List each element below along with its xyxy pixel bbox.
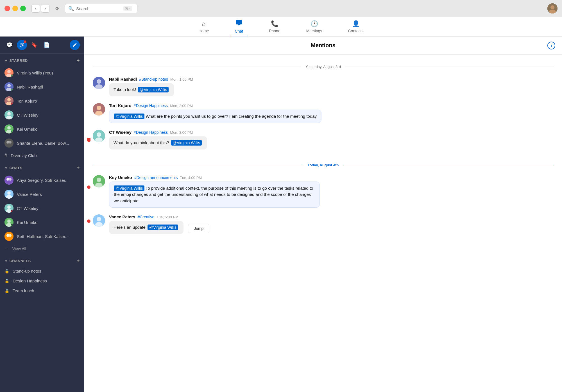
history-button[interactable]: ⟳ xyxy=(53,4,61,13)
vance-name: Vance Peters xyxy=(17,192,42,197)
close-button[interactable] xyxy=(4,6,10,11)
kei-name: Kei Umeko xyxy=(17,127,37,132)
svg-point-50 xyxy=(87,219,90,223)
sidebar-item-shante[interactable]: Shante Elena, Daniel Bow... xyxy=(0,136,84,150)
maximize-button[interactable] xyxy=(20,6,26,11)
vance-channel[interactable]: #Creative xyxy=(137,215,154,219)
chat-sidebar-icon[interactable]: 💬 xyxy=(4,40,15,50)
ct-chat-avatar xyxy=(4,204,13,213)
sidebar: 💬 @ 🔖 📄 ▼ STARRED + Virginia Willis (You… xyxy=(0,37,84,392)
today-divider-line-left xyxy=(93,165,303,165)
key-mention-prefix[interactable]: @Virginia Willis xyxy=(114,185,144,191)
divider-line-left xyxy=(93,67,301,67)
tori-msg-header: Tori Kojuro #Design Happiness Mon, 2:00 … xyxy=(109,103,554,108)
anya-name: Anya Gregory, Sofi Kaiser... xyxy=(17,178,69,183)
nav-phone[interactable]: 📞 Phone xyxy=(264,18,285,35)
sidebar-item-nabil[interactable]: Nabil Rashadl xyxy=(0,80,84,94)
jump-button[interactable]: Jump xyxy=(188,224,209,233)
ct-name: CT Wiseley xyxy=(17,113,38,117)
nabil-channel[interactable]: #Stand-up notes xyxy=(139,77,168,81)
svg-point-13 xyxy=(7,112,11,115)
main-layout: 💬 @ 🔖 📄 ▼ STARRED + Virginia Willis (You… xyxy=(0,37,562,392)
hash-icon: # xyxy=(4,153,7,158)
search-input[interactable] xyxy=(76,6,121,11)
key-channel[interactable]: #Design announcements xyxy=(134,175,178,180)
view-all-button[interactable]: ⋯ View All xyxy=(0,243,84,254)
nabil-msg-avatar xyxy=(93,77,105,89)
ct-mention[interactable]: @Virginia Willis xyxy=(171,140,202,146)
message-key: Key Umeko #Design announcements Tue, 4:0… xyxy=(84,172,562,211)
sidebar-item-kei-starred[interactable]: Kei Umeko xyxy=(0,122,84,136)
svg-point-25 xyxy=(7,191,11,195)
svg-point-37 xyxy=(97,79,101,84)
tori-channel[interactable]: #Design Happiness xyxy=(134,103,168,108)
ct-chat-name: CT Wiseley xyxy=(17,206,38,211)
vance-text: Here's an update xyxy=(114,225,146,230)
sidebar-item-virginia[interactable]: Virginia Willis (You) xyxy=(0,66,84,80)
sidebar-item-tori[interactable]: Tori Kojuro xyxy=(0,94,84,108)
svg-point-44 xyxy=(97,132,101,137)
nabil-msg-content: Nabil Rashadl #Stand-up notes Mon, 1:00 … xyxy=(109,77,554,96)
channels-add-button[interactable]: + xyxy=(77,258,80,264)
starred-chevron-icon: ▼ xyxy=(4,59,8,62)
forward-button[interactable]: › xyxy=(41,4,49,13)
vance-avatar xyxy=(4,190,13,199)
anya-avatar xyxy=(4,176,13,185)
tori-sender: Tori Kojuro xyxy=(109,103,132,108)
nav-meetings-label: Meetings xyxy=(306,29,322,33)
sidebar-item-team-lunch[interactable]: 🔒 Team lunch xyxy=(0,286,84,296)
home-icon: ⌂ xyxy=(202,20,205,28)
nav-chat[interactable]: Chat xyxy=(230,17,248,36)
chats-section-header: ▼ CHATS + xyxy=(0,161,84,173)
sidebar-item-kei-chat[interactable]: Kei Umeko xyxy=(0,215,84,229)
sidebar-item-standup[interactable]: 🔒 Stand-up notes xyxy=(0,266,84,276)
sidebar-item-anya[interactable]: Anya Gregory, Sofi Kaiser... xyxy=(0,173,84,187)
key-sender: Key Umeko xyxy=(109,175,132,180)
tori-mention-prefix[interactable]: @Virginia Willis xyxy=(114,114,144,119)
chats-add-button[interactable]: + xyxy=(77,165,80,171)
view-all-label: View All xyxy=(12,246,26,251)
mention-sidebar-icon[interactable]: @ xyxy=(17,40,27,50)
ct-bubble: What do you think about this? @Virginia … xyxy=(109,136,207,149)
starred-add-button[interactable]: + xyxy=(77,58,80,64)
user-avatar[interactable] xyxy=(547,3,558,13)
sidebar-icons: 💬 @ 🔖 📄 xyxy=(0,37,84,54)
tori-msg-avatar xyxy=(93,103,105,115)
minimize-button[interactable] xyxy=(12,6,18,11)
ct-channel[interactable]: #Design Happiness xyxy=(134,130,168,135)
today-date-label: Today, August 4th xyxy=(308,163,339,167)
sidebar-item-ct-starred[interactable]: CT Wiseley xyxy=(0,108,84,122)
sidebar-item-seth[interactable]: Seth Hoffman, Sofi Kaiser... xyxy=(0,229,84,243)
vance-mention[interactable]: @Virginia Willis xyxy=(148,225,178,230)
messages-area[interactable]: Yesterday, August 3rd Nabil Rashadl #Sta… xyxy=(84,55,562,392)
nav-home[interactable]: ⌂ Home xyxy=(194,18,213,35)
vance-msg-header: Vance Peters #Creative Tue, 5:00 PM xyxy=(109,214,554,219)
nav-meetings[interactable]: 🕐 Meetings xyxy=(302,18,327,35)
kei-chat-avatar xyxy=(4,218,13,227)
document-sidebar-icon[interactable]: 📄 xyxy=(42,40,52,50)
info-button[interactable]: i xyxy=(547,42,555,49)
nabil-avatar xyxy=(4,82,13,91)
nabil-mention[interactable]: @Virginia Willis xyxy=(138,87,169,92)
nabil-msg-header: Nabil Rashadl #Stand-up notes Mon, 1:00 … xyxy=(109,77,554,81)
virginia-avatar xyxy=(4,68,13,77)
back-button[interactable]: ‹ xyxy=(31,4,40,13)
traffic-lights xyxy=(4,6,26,11)
vance-msg-content: Vance Peters #Creative Tue, 5:00 PM Here… xyxy=(109,214,554,234)
nav-contacts[interactable]: 👤 Contacts xyxy=(343,18,368,35)
bookmark-sidebar-icon[interactable]: 🔖 xyxy=(29,40,39,50)
vance-bubble: Here's an update @Virginia Willis xyxy=(109,221,183,234)
sidebar-item-design-happiness[interactable]: 🔒 Design Happiness xyxy=(0,276,84,286)
compose-button[interactable] xyxy=(70,40,80,50)
search-bar[interactable]: 🔍 ⌘F xyxy=(65,4,138,13)
svg-point-46 xyxy=(87,185,90,189)
channels-chevron-icon: ▼ xyxy=(4,259,8,263)
sidebar-item-diversity-club[interactable]: # Diversity Club xyxy=(0,150,84,161)
nabil-sender: Nabil Rashadl xyxy=(109,77,137,81)
sidebar-item-ct-chat[interactable]: CT Wiseley xyxy=(0,201,84,215)
svg-point-23 xyxy=(9,178,12,181)
ct-msg-header: CT Wiseley #Design Happiness Mon, 3:00 P… xyxy=(109,130,554,135)
meetings-icon: 🕐 xyxy=(311,20,318,28)
ct-sender: CT Wiseley xyxy=(109,130,132,135)
sidebar-item-vance[interactable]: Vance Peters xyxy=(0,187,84,201)
